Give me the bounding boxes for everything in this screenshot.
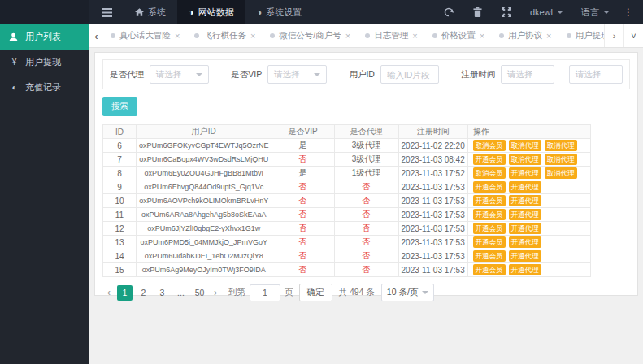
action-button[interactable]: 开通会员 bbox=[473, 223, 506, 234]
adjust-icon: ◑ bbox=[189, 8, 194, 17]
next-page-button[interactable]: › bbox=[209, 285, 222, 301]
goto-page-unit: 页 bbox=[285, 287, 293, 298]
clear-cache-button[interactable] bbox=[463, 0, 492, 24]
regtime-start-picker[interactable]: 请选择 bbox=[501, 65, 554, 84]
cell-actions: 开通会员开通代理 bbox=[467, 208, 590, 222]
chevron-left-icon: ‹ bbox=[94, 30, 98, 42]
tab-label: 日志管理 bbox=[374, 30, 408, 41]
page-size-select[interactable]: 10 条/页 bbox=[381, 284, 435, 301]
tab-close-icon[interactable]: × bbox=[250, 31, 255, 41]
cell-actions: 开通会员开通代理 bbox=[467, 249, 590, 263]
action-button[interactable]: 开通会员 bbox=[473, 181, 506, 193]
cell-agent: 否 bbox=[334, 236, 398, 249]
user-menu[interactable]: dkewl bbox=[521, 0, 572, 24]
page-button[interactable]: ... bbox=[173, 285, 189, 301]
page-size-value: 10 条/页 bbox=[387, 287, 419, 298]
regtime-end-picker[interactable]: 请选择 bbox=[569, 65, 623, 84]
action-button[interactable]: 取消代理 bbox=[545, 140, 577, 151]
action-button[interactable]: 取消代理 bbox=[509, 140, 541, 151]
username-label: dkewl bbox=[530, 7, 553, 17]
action-button[interactable]: 开通代理 bbox=[509, 250, 541, 262]
nav-menu-2[interactable]: ◑系统设置 bbox=[245, 0, 314, 24]
action-button[interactable]: 取消会员 bbox=[473, 140, 506, 151]
action-button[interactable]: 取消代理 bbox=[545, 154, 577, 165]
tab-close-icon[interactable]: × bbox=[412, 31, 417, 41]
sidebar-item-0[interactable]: 用户列表 bbox=[0, 24, 89, 50]
tabs-menu-button[interactable]: ˅ bbox=[623, 24, 643, 47]
tab-close-icon[interactable]: × bbox=[546, 31, 551, 41]
action-button[interactable]: 开通会员 bbox=[473, 264, 506, 275]
action-button[interactable]: 取消代理 bbox=[509, 154, 541, 165]
tab-4[interactable]: 价格设置× bbox=[425, 24, 492, 47]
action-button[interactable]: 开通会员 bbox=[473, 154, 506, 165]
action-button[interactable]: 开通会员 bbox=[473, 250, 506, 262]
action-button[interactable]: 开通代理 bbox=[509, 264, 541, 275]
action-button[interactable]: 开通代理 bbox=[509, 181, 541, 193]
cell-reg-time: 2023-11-03 17:53 bbox=[398, 208, 467, 222]
action-button[interactable]: 开通代理 bbox=[509, 209, 541, 220]
page-button[interactable]: 1 bbox=[117, 285, 133, 301]
cell-vip: 否 bbox=[272, 153, 334, 167]
cell-reg-time: 2023-11-03 08:42 bbox=[398, 153, 467, 167]
sidebar-item-2[interactable]: ◐充值记录 bbox=[0, 75, 89, 100]
tab-status-dot bbox=[499, 33, 504, 38]
page-button[interactable]: 3 bbox=[154, 285, 170, 301]
tab-close-icon[interactable]: × bbox=[345, 31, 350, 41]
user-list-panel: 是否代理 请选择 是否VIP 请选择 用户ID 注册时间 bbox=[94, 52, 638, 296]
vip-filter-select[interactable]: 请选择 bbox=[267, 65, 327, 84]
tabs-scroll-left-button[interactable]: ‹ bbox=[89, 24, 103, 47]
cell-user-id: oxPUm6GFOKyvCGpT4EWTJq5OzrNE bbox=[137, 139, 272, 153]
action-button[interactable]: 开通代理 bbox=[509, 195, 541, 206]
refresh-button[interactable] bbox=[434, 0, 463, 24]
action-button[interactable]: 开通代理 bbox=[509, 223, 541, 234]
goto-page-input[interactable] bbox=[250, 284, 280, 301]
tab-3[interactable]: 日志管理× bbox=[358, 24, 424, 47]
sidebar-item-1[interactable]: ¥用户提现 bbox=[0, 50, 89, 75]
table-row: 10oxPUm6AOVPch9kOLIMOkmBRLvHnY否否2023-11-… bbox=[103, 194, 591, 208]
tab-2[interactable]: 微信公号/商户号× bbox=[263, 24, 358, 47]
cell-user-id: oxPUm6EhvgQ844Od9uptS_Gjq1Vc bbox=[137, 180, 272, 194]
fullscreen-button[interactable] bbox=[492, 0, 521, 24]
action-button[interactable]: 开通会员 bbox=[473, 195, 506, 206]
page-button[interactable]: 2 bbox=[136, 285, 151, 301]
tab-1[interactable]: 飞行棋任务× bbox=[187, 24, 263, 47]
page-button[interactable]: 50 bbox=[192, 285, 207, 301]
tab-5[interactable]: 用户协议× bbox=[492, 24, 558, 47]
cell-agent: 3级代理 bbox=[334, 153, 398, 167]
agent-filter-select[interactable]: 请选择 bbox=[150, 65, 209, 84]
cell-id: 9 bbox=[103, 180, 137, 194]
table-row: 6oxPUm6GFOKyvCGpT4EWTJq5OzrNE是3级代理2023-1… bbox=[103, 139, 591, 153]
tab-controls: › ˅ bbox=[604, 24, 643, 47]
language-menu[interactable]: 语言 bbox=[572, 0, 619, 24]
action-button[interactable]: 开通会员 bbox=[473, 236, 506, 248]
filter-bar: 是否代理 请选择 是否VIP 请选择 用户ID 注册时间 bbox=[102, 59, 630, 89]
goto-confirm-button[interactable]: 确定 bbox=[299, 284, 332, 301]
cell-vip: 否 bbox=[272, 180, 334, 194]
sidebar-toggle-button[interactable] bbox=[89, 0, 124, 24]
cell-actions: 取消会员取消代理取消代理 bbox=[467, 139, 590, 153]
nav-menu-1[interactable]: ◑网站数据 bbox=[177, 0, 245, 24]
cell-id: 13 bbox=[103, 236, 137, 249]
cell-vip: 否 bbox=[272, 236, 334, 249]
action-button[interactable]: 开通会员 bbox=[473, 209, 506, 220]
search-button[interactable]: 搜索 bbox=[102, 97, 137, 116]
prev-page-button[interactable]: ‹ bbox=[102, 285, 115, 301]
action-button[interactable]: 取消会员 bbox=[473, 167, 506, 179]
user-table: ID用户ID是否VIP是否代理注册时间操作 6oxPUm6GFOKyvCGpT4… bbox=[102, 124, 591, 277]
column-header: ID bbox=[103, 125, 137, 139]
chevron-right-icon: › bbox=[613, 31, 616, 41]
tab-6[interactable]: 用户提现× bbox=[559, 24, 604, 47]
tab-close-icon[interactable]: × bbox=[175, 31, 180, 41]
action-button[interactable]: 开通代理 bbox=[509, 236, 541, 248]
cell-agent: 否 bbox=[334, 208, 398, 222]
nav-menu-label: 网站数据 bbox=[198, 6, 234, 19]
nav-menu-0[interactable]: 系统 bbox=[124, 0, 177, 24]
action-button[interactable]: 开通代理 bbox=[509, 167, 541, 179]
action-button[interactable]: 取消代理 bbox=[545, 167, 577, 179]
tab-close-icon[interactable]: × bbox=[480, 31, 484, 41]
tab-0[interactable]: 真心话大冒险× bbox=[103, 24, 187, 47]
userid-input[interactable] bbox=[380, 65, 439, 84]
more-options-button[interactable]: ⋮ bbox=[619, 0, 643, 24]
tabs-scroll-right-button[interactable]: › bbox=[604, 24, 623, 47]
cell-vip: 否 bbox=[272, 194, 334, 208]
